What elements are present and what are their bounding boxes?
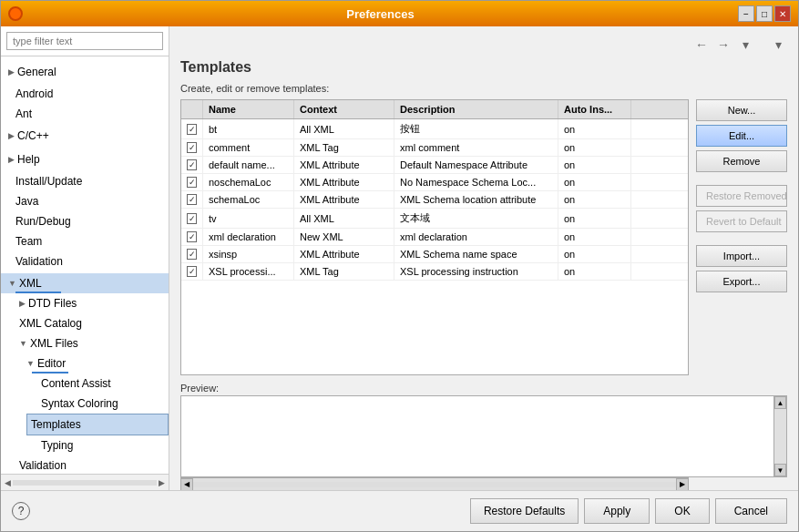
table-row[interactable]: XSL processi... XML Tag XSL processing i… bbox=[181, 263, 688, 281]
sidebar-item-xmlfiles[interactable]: ▼ XML Files bbox=[12, 333, 169, 353]
back-button[interactable]: ← bbox=[692, 36, 711, 54]
sidebar-item-label: XML Files bbox=[30, 335, 78, 352]
restore-defaults-button[interactable]: Restore Defaults bbox=[470, 498, 579, 524]
h-scroll-track bbox=[193, 482, 676, 487]
checkbox-xsl[interactable] bbox=[187, 266, 197, 277]
app-icon bbox=[8, 6, 23, 21]
table-row[interactable]: xsinsp XML Attribute XML Schema name spa… bbox=[181, 246, 688, 263]
sidebar-item-help[interactable]: ▶ Help bbox=[1, 149, 169, 169]
cancel-button[interactable]: Cancel bbox=[715, 498, 787, 524]
revert-to-default-button[interactable]: Revert to Default bbox=[696, 210, 787, 232]
sidebar-item-label: Editor bbox=[37, 355, 66, 372]
col-auto[interactable]: Auto Ins... bbox=[558, 100, 631, 118]
help-group: ▶ Help bbox=[1, 148, 169, 171]
sidebar-item-typing[interactable]: Typing bbox=[26, 435, 169, 455]
checkbox-xmldecl[interactable] bbox=[187, 231, 197, 242]
sidebar-item-cpp[interactable]: ▶ C/C++ bbox=[1, 126, 169, 146]
close-button[interactable]: ✕ bbox=[774, 5, 791, 22]
sidebar-item-team[interactable]: Team bbox=[1, 231, 169, 251]
sidebar-scrollbar[interactable]: ◀ ▶ bbox=[1, 474, 169, 490]
row-check[interactable] bbox=[181, 157, 203, 173]
table-row[interactable]: bt All XML 按钮 on bbox=[181, 119, 688, 139]
sidebar-item-xml[interactable]: ▼ XML bbox=[1, 273, 169, 293]
sidebar-item-rundebug[interactable]: Run/Debug bbox=[1, 211, 169, 231]
filter-box bbox=[1, 26, 169, 56]
checkbox-schemaloc[interactable] bbox=[187, 194, 197, 205]
row-context: All XML bbox=[294, 119, 394, 138]
sidebar-item-xml-label: XML bbox=[19, 275, 42, 292]
table-row[interactable]: default name... XML Attribute Default Na… bbox=[181, 157, 688, 174]
bottom-bar: ? Restore Defaults Apply OK Cancel bbox=[1, 490, 798, 531]
checkbox-bt[interactable] bbox=[187, 124, 197, 135]
row-context: XML Tag bbox=[294, 139, 394, 156]
forward-button[interactable]: → bbox=[714, 36, 732, 54]
title-bar-left bbox=[8, 6, 23, 21]
sidebar-item-editor[interactable]: ▼ Editor bbox=[19, 353, 169, 373]
row-check[interactable] bbox=[181, 119, 203, 138]
sidebar-item-xmlcatalog[interactable]: XML Catalog bbox=[12, 313, 169, 333]
help-button[interactable]: ? bbox=[12, 502, 30, 520]
checkbox-tv[interactable] bbox=[187, 213, 197, 224]
checkbox-defaultname[interactable] bbox=[187, 159, 197, 170]
table-row[interactable]: noschemaLoc XML Attribute No Namespace S… bbox=[181, 174, 688, 191]
sidebar-item-install[interactable]: Install/Update bbox=[1, 171, 169, 191]
nav-menu-button[interactable]: ▾ bbox=[736, 36, 754, 54]
edit-button[interactable]: Edit... bbox=[696, 125, 787, 147]
sidebar-item-validation[interactable]: Validation bbox=[1, 251, 169, 271]
col-name[interactable]: Name bbox=[203, 100, 294, 118]
table-row[interactable]: schemaLoc XML Attribute XML Schema locat… bbox=[181, 191, 688, 209]
checkbox-comment[interactable] bbox=[187, 142, 197, 153]
table-row[interactable]: tv All XML 文本域 on bbox=[181, 209, 688, 229]
sidebar-item-android[interactable]: Android bbox=[1, 84, 169, 104]
minimize-button[interactable]: − bbox=[738, 5, 754, 22]
col-description[interactable]: Description bbox=[394, 100, 558, 118]
sidebar-item-java[interactable]: Java bbox=[1, 191, 169, 211]
remove-button[interactable]: Remove bbox=[696, 150, 787, 172]
scroll-left-btn[interactable]: ◀ bbox=[180, 478, 193, 491]
row-auto: on bbox=[558, 229, 631, 245]
row-check[interactable] bbox=[181, 229, 203, 245]
row-check[interactable] bbox=[181, 139, 203, 156]
chevron-right-icon4: ▶ bbox=[19, 295, 26, 312]
expand-menu-button[interactable]: ▾ bbox=[769, 36, 787, 54]
preview-scrollbar-v[interactable]: ▲ ▼ bbox=[773, 396, 786, 476]
row-check[interactable] bbox=[181, 191, 203, 208]
row-check[interactable] bbox=[181, 174, 203, 190]
sidebar-item-dtdfiles[interactable]: ▶ DTD Files bbox=[12, 293, 169, 313]
row-check[interactable] bbox=[181, 246, 203, 262]
sidebar-item-general[interactable]: ▶ General bbox=[1, 62, 169, 82]
import-button[interactable]: Import... bbox=[696, 245, 787, 267]
new-button[interactable]: New... bbox=[696, 99, 787, 121]
row-context: New XML bbox=[294, 229, 394, 245]
row-desc: 文本域 bbox=[394, 209, 558, 228]
restore-button[interactable]: □ bbox=[756, 5, 773, 22]
row-desc: XML Schema name space bbox=[394, 246, 558, 262]
restore-removed-button[interactable]: Restore Removed bbox=[696, 185, 787, 207]
row-auto: on bbox=[558, 119, 631, 138]
scroll-down-icon[interactable]: ▼ bbox=[774, 464, 786, 476]
chevron-right-icon3: ▶ bbox=[8, 151, 15, 168]
checkbox-xsinsp[interactable] bbox=[187, 249, 197, 260]
row-auto: on bbox=[558, 246, 631, 262]
filter-input[interactable] bbox=[6, 32, 163, 50]
row-check[interactable] bbox=[181, 263, 203, 280]
table-row[interactable]: xml declaration New XML xml declaration … bbox=[181, 229, 688, 246]
sidebar-item-contentassist[interactable]: Content Assist bbox=[26, 373, 169, 394]
export-button[interactable]: Export... bbox=[696, 271, 787, 292]
xmlfiles-children: ▼ Editor Content Assist Syntax Coloring … bbox=[12, 353, 169, 455]
apply-button[interactable]: Apply bbox=[584, 498, 650, 524]
sidebar-item-xmlvalidation[interactable]: Validation bbox=[12, 455, 169, 474]
col-context[interactable]: Context bbox=[294, 100, 394, 118]
row-auto: on bbox=[558, 157, 631, 173]
scroll-right-btn[interactable]: ▶ bbox=[676, 478, 689, 491]
scroll-up-icon[interactable]: ▲ bbox=[774, 396, 786, 409]
ok-button[interactable]: OK bbox=[655, 498, 709, 524]
sidebar-item-ant[interactable]: Ant bbox=[1, 104, 169, 124]
sidebar-item-label: Help bbox=[17, 151, 40, 168]
table-row[interactable]: comment XML Tag xml comment on bbox=[181, 139, 688, 157]
sidebar-item-templates[interactable]: Templates bbox=[26, 414, 169, 435]
row-check[interactable] bbox=[181, 209, 203, 228]
preview-scrollbar-h[interactable]: ◀ ▶ bbox=[180, 477, 689, 490]
checkbox-noschema[interactable] bbox=[187, 177, 197, 188]
sidebar-item-syntaxcoloring[interactable]: Syntax Coloring bbox=[26, 394, 169, 414]
